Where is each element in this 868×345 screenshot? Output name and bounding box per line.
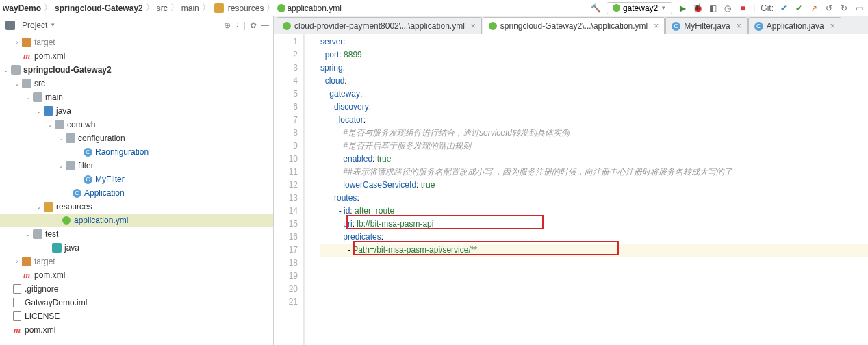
chevron-down-icon[interactable]: ⌄	[47, 121, 53, 128]
code-editor[interactable]: 123456789101112131415161718192021 server…	[274, 34, 868, 345]
code-line[interactable]: discovery:	[320, 101, 868, 114]
hide-icon[interactable]: —	[261, 21, 269, 30]
tree-node[interactable]: ⌄main	[0, 90, 273, 104]
tree-node[interactable]: CApplication	[0, 186, 273, 200]
crumb-root[interactable]: wayDemo	[3, 3, 41, 13]
code-line[interactable]: port: 8899	[320, 49, 868, 62]
coverage-icon[interactable]: ◧	[708, 3, 717, 13]
tree-node[interactable]: CMyFilter	[0, 172, 273, 186]
gear-icon[interactable]: ✿	[250, 21, 257, 30]
chevron-down-icon: ▼	[661, 5, 666, 11]
history-icon[interactable]: ↺	[824, 3, 834, 13]
git-push-icon[interactable]: ↗	[809, 3, 819, 13]
folder-icon	[22, 257, 31, 266]
crumb-file[interactable]: application.yml	[277, 3, 341, 13]
code-line[interactable]: predicates:	[320, 231, 868, 244]
stop-icon[interactable]: ■	[738, 3, 748, 13]
crumb-main[interactable]: main	[181, 3, 199, 13]
tree-node[interactable]: GatwayDemo.iml	[0, 296, 273, 309]
tree-node[interactable]: mpom.xml	[0, 268, 273, 282]
line-number: 2	[274, 49, 298, 62]
select-opened-file-icon[interactable]: ⊕	[224, 21, 231, 30]
tree-node[interactable]: LICENSE	[0, 309, 273, 323]
expand-all-icon[interactable]: ÷	[235, 21, 240, 30]
tree-node[interactable]: ⌄test	[0, 227, 273, 241]
file-icon	[12, 284, 22, 294]
tree-node[interactable]: mpom.xml	[0, 49, 273, 63]
crumb-resources[interactable]: resources	[213, 3, 264, 13]
revert-icon[interactable]: ↻	[839, 3, 849, 13]
tree-node[interactable]: ⌄src	[0, 77, 273, 90]
spring-icon	[489, 22, 497, 30]
code-line[interactable]: - id: after_route	[320, 205, 868, 218]
build-icon[interactable]: 🔨	[591, 3, 601, 13]
chevron-down-icon[interactable]: ⌄	[3, 66, 10, 73]
tree-node-label: application.yml	[74, 216, 128, 225]
crumb-src[interactable]: src	[157, 3, 168, 13]
tree-node[interactable]: CRaonfiguration	[0, 145, 273, 159]
tree-node[interactable]: ⌄resources	[0, 200, 273, 214]
close-icon[interactable]: ×	[654, 21, 659, 31]
search-icon[interactable]: ▭	[854, 3, 864, 13]
tree-node[interactable]: ⌄com.wh	[0, 118, 273, 131]
git-commit-icon[interactable]: ✔	[794, 3, 804, 13]
chevron-down-icon[interactable]: ⌄	[58, 162, 64, 169]
chevron-down-icon[interactable]: ⌄	[36, 107, 42, 114]
code-line[interactable]: #是否开启基于服务发现的路由规则	[320, 140, 868, 153]
profile-icon[interactable]: ◷	[723, 3, 732, 13]
tree-node[interactable]: ›target	[0, 36, 273, 49]
code-line[interactable]: routes:	[320, 192, 868, 205]
close-icon[interactable]: ×	[830, 21, 835, 31]
code-line[interactable]: - Path=/bit-msa-pasm-api/service/**	[320, 244, 868, 257]
close-icon[interactable]: ×	[737, 21, 741, 31]
run-icon[interactable]: ▶	[678, 3, 687, 13]
chevron-down-icon[interactable]: ⌄	[14, 80, 21, 87]
tree-node[interactable]: ⌄java	[0, 104, 273, 118]
tree-node[interactable]: .gitignore	[0, 282, 273, 296]
code-line[interactable]	[320, 257, 868, 270]
code-content[interactable]: server: port: 8899spring: cloud: gateway…	[304, 34, 868, 345]
code-line[interactable]	[320, 296, 868, 309]
editor-tab[interactable]: CApplication.java×	[748, 17, 841, 34]
code-line[interactable]: #是否与服务发现组件进行结合，通过serviceId转发到具体实例	[320, 127, 868, 140]
tree-node[interactable]: java	[0, 241, 273, 255]
project-title[interactable]: Project ▼	[22, 21, 220, 30]
code-line[interactable]: locator:	[320, 114, 868, 127]
debug-icon[interactable]: 🐞	[693, 3, 702, 13]
code-line[interactable]: enabled: true	[320, 153, 868, 166]
code-line[interactable]: gateway:	[320, 88, 868, 101]
tree-node[interactable]: mpom.xml	[0, 323, 273, 337]
code-line[interactable]	[320, 270, 868, 283]
tree-node[interactable]: ⌄configuration	[0, 131, 273, 145]
tree-node[interactable]: ⌄filter	[0, 159, 273, 172]
chevron-down-icon[interactable]: ⌄	[25, 94, 31, 101]
line-number: 17	[274, 244, 298, 257]
run-config-selector[interactable]: gateway2 ▼	[607, 2, 672, 14]
code-line[interactable]: ##表示将请求路径的服务名配置改成小写 ，因为服务注册的时候，向注册中心注册时将…	[320, 166, 868, 179]
code-line[interactable]: lowerCaseServiceId: true	[320, 179, 868, 192]
close-icon[interactable]: ×	[471, 21, 476, 31]
editor-tab[interactable]: springcloud-Gateway2\...\application.yml…	[483, 17, 665, 34]
crumb-module[interactable]: springcloud-Gateway2	[55, 3, 143, 13]
project-header: Project ▼ ⊕ ÷ | ✿ —	[0, 16, 273, 34]
chevron-right-icon[interactable]: ›	[14, 39, 21, 46]
code-line[interactable]: uri: lb://bit-msa-pasm-api	[320, 218, 868, 231]
chevron-down-icon[interactable]: ⌄	[58, 135, 64, 142]
tab-label: springcloud-Gateway2\...\application.yml	[500, 21, 648, 31]
code-line[interactable]: server:	[320, 36, 868, 49]
tree-node[interactable]: ⌄springcloud-Gateway2	[0, 63, 273, 77]
git-update-icon[interactable]: ✔	[779, 3, 789, 13]
tree-node[interactable]: application.yml	[0, 214, 273, 227]
tree-node[interactable]: ›target	[0, 255, 273, 268]
code-line[interactable]: cloud:	[320, 75, 868, 88]
editor-tab[interactable]: cloud-provider-payment8002\...\applicati…	[277, 17, 482, 34]
folder-icon	[52, 243, 62, 253]
code-line[interactable]	[320, 283, 868, 296]
tree-node-label: Application	[84, 188, 125, 198]
chevron-right-icon[interactable]: ›	[14, 258, 21, 265]
chevron-down-icon[interactable]: ⌄	[36, 203, 42, 210]
editor-tab[interactable]: CMyFilter.java×	[665, 17, 747, 34]
project-tree[interactable]: ›targetmpom.xml⌄springcloud-Gateway2⌄src…	[0, 34, 273, 345]
code-line[interactable]: spring:	[320, 62, 868, 75]
chevron-down-icon[interactable]: ⌄	[25, 231, 31, 238]
